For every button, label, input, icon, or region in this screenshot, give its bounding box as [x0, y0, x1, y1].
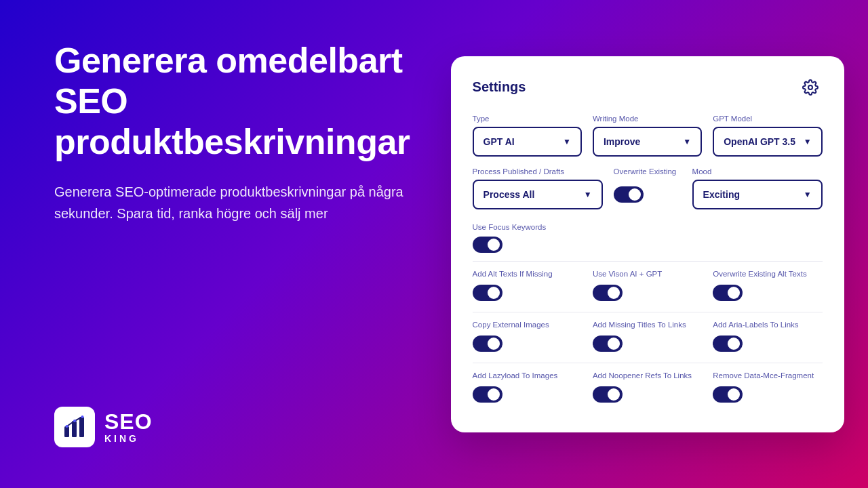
- use-focus-keywords-toggle[interactable]: [473, 237, 502, 253]
- overwrite-alt-texts-label: Overwrite Existing Alt Texts: [713, 270, 822, 278]
- add-noopener-toggle[interactable]: [593, 386, 623, 403]
- gpt-model-field: GPT Model OpenAI GPT 3.5 ▼: [713, 115, 822, 157]
- svg-point-4: [73, 420, 76, 422]
- add-lazyload-wrap: [473, 386, 582, 403]
- gear-button[interactable]: [798, 75, 823, 100]
- chevron-down-icon: ▼: [804, 137, 812, 146]
- gpt-model-select[interactable]: OpenAI GPT 3.5 ▼: [713, 127, 822, 157]
- gpt-model-value: OpenAI GPT 3.5: [724, 136, 795, 147]
- overwrite-alt-texts-field: Overwrite Existing Alt Texts: [713, 270, 822, 301]
- writing-mode-value: Improve: [604, 136, 640, 147]
- overwrite-toggle-wrap: [614, 186, 682, 203]
- lazyload-section: Add Lazyload To Images Add Noopener Refs…: [473, 371, 823, 403]
- settings-header: Settings: [473, 75, 823, 100]
- type-select[interactable]: GPT AI ▼: [473, 127, 582, 157]
- svg-point-5: [81, 415, 84, 418]
- svg-rect-1: [72, 421, 77, 437]
- process-select[interactable]: Process All ▼: [473, 180, 603, 209]
- process-value: Process All: [484, 189, 535, 200]
- divider-3: [473, 363, 823, 363]
- copy-external-images-field: Copy External Images: [473, 321, 582, 352]
- remove-data-mce-wrap: [713, 386, 822, 403]
- copy-images-toggle-row: Copy External Images Add Missing Titles …: [473, 321, 823, 352]
- seo-king-logo-icon: [54, 407, 95, 447]
- use-vision-wrap: [593, 285, 702, 301]
- overwrite-alt-texts-wrap: [713, 285, 822, 301]
- logo-area: SEO KING: [54, 407, 410, 447]
- type-field: Type GPT AI ▼: [473, 115, 582, 157]
- add-missing-titles-field: Add Missing Titles To Links: [593, 321, 702, 352]
- gear-icon: [802, 79, 818, 96]
- row-type-writing-gpt: Type GPT AI ▼ Writing Mode Improve ▼ GPT…: [473, 115, 823, 157]
- bar-chart-icon: [62, 414, 87, 440]
- chevron-down-icon: ▼: [584, 190, 592, 199]
- mood-label: Mood: [692, 167, 823, 176]
- copy-external-images-label: Copy External Images: [473, 321, 582, 329]
- add-noopener-field: Add Noopener Refs To Links: [593, 371, 702, 403]
- use-vision-field: Use Vison AI + GPT: [593, 270, 702, 301]
- add-aria-labels-field: Add Aria-Labels To Links: [713, 321, 822, 352]
- overwrite-label: Overwrite Existing: [614, 167, 682, 176]
- use-vision-label: Use Vison AI + GPT: [593, 270, 702, 278]
- writing-mode-field: Writing Mode Improve ▼: [593, 115, 702, 157]
- copy-images-section: Copy External Images Add Missing Titles …: [473, 321, 823, 352]
- writing-mode-select[interactable]: Improve ▼: [593, 127, 702, 157]
- process-field: Process Published / Drafts Process All ▼: [473, 167, 603, 209]
- add-alt-texts-label: Add Alt Texts If Missing: [473, 270, 582, 278]
- logo-king-label: KING: [104, 434, 153, 443]
- chevron-down-icon: ▼: [804, 190, 812, 199]
- alt-texts-section: Add Alt Texts If Missing Use Vison AI + …: [473, 270, 823, 301]
- add-missing-titles-toggle[interactable]: [593, 336, 623, 352]
- alt-texts-toggle-row: Add Alt Texts If Missing Use Vison AI + …: [473, 270, 823, 301]
- logo-seo-label: SEO: [104, 411, 153, 432]
- chevron-down-icon: ▼: [683, 137, 691, 146]
- add-alt-texts-toggle[interactable]: [473, 285, 502, 301]
- add-lazyload-field: Add Lazyload To Images: [473, 371, 582, 403]
- mood-value: Exciting: [703, 189, 740, 200]
- overwrite-field: Overwrite Existing: [614, 167, 682, 209]
- remove-data-mce-field: Remove Data-Mce-Fragment: [713, 371, 822, 403]
- settings-card: Settings Type GPT AI ▼ Writing: [451, 56, 844, 432]
- divider-1: [473, 261, 823, 262]
- writing-mode-label: Writing Mode: [593, 115, 702, 123]
- add-missing-titles-wrap: [593, 336, 702, 352]
- mood-field: Mood Exciting ▼: [692, 167, 823, 209]
- svg-rect-2: [79, 417, 84, 437]
- add-alt-texts-field: Add Alt Texts If Missing: [473, 270, 582, 301]
- svg-point-3: [66, 425, 68, 428]
- hero-subtitle: Generera SEO-optimerade produktbeskrivni…: [54, 181, 410, 224]
- type-label: Type: [473, 115, 582, 123]
- remove-data-mce-toggle[interactable]: [713, 386, 743, 403]
- add-aria-labels-toggle[interactable]: [713, 336, 743, 352]
- process-label: Process Published / Drafts: [473, 167, 603, 176]
- logo-text: SEO KING: [104, 411, 153, 443]
- add-aria-labels-wrap: [713, 336, 822, 352]
- divider-2: [473, 312, 823, 312]
- add-noopener-label: Add Noopener Refs To Links: [593, 371, 702, 380]
- add-missing-titles-label: Add Missing Titles To Links: [593, 321, 702, 329]
- settings-title: Settings: [473, 79, 526, 95]
- left-panel: Generera omedelbart SEO produktbeskrivni…: [0, 0, 451, 488]
- overwrite-existing-toggle[interactable]: [614, 186, 644, 203]
- add-noopener-wrap: [593, 386, 702, 403]
- use-vision-toggle[interactable]: [593, 285, 623, 301]
- add-lazyload-toggle[interactable]: [473, 386, 502, 403]
- type-value: GPT AI: [484, 136, 515, 147]
- remove-data-mce-label: Remove Data-Mce-Fragment: [713, 371, 822, 380]
- chevron-down-icon: ▼: [563, 137, 571, 146]
- row-process-overwrite-mood: Process Published / Drafts Process All ▼…: [473, 167, 823, 209]
- hero-title: Generera omedelbart SEO produktbeskrivni…: [54, 41, 410, 162]
- add-lazyload-label: Add Lazyload To Images: [473, 371, 582, 380]
- copy-external-images-toggle[interactable]: [473, 336, 502, 352]
- lazyload-toggle-row: Add Lazyload To Images Add Noopener Refs…: [473, 371, 823, 403]
- use-focus-keywords-label: Use Focus Keywords: [473, 223, 547, 231]
- overwrite-alt-texts-toggle[interactable]: [713, 285, 743, 301]
- right-panel: Settings Type GPT AI ▼ Writing: [451, 0, 868, 488]
- mood-select[interactable]: Exciting ▼: [692, 180, 823, 209]
- add-alt-texts-wrap: [473, 285, 582, 301]
- gpt-model-label: GPT Model: [713, 115, 822, 123]
- use-focus-keywords-toggle-wrap: [473, 237, 823, 253]
- add-aria-labels-label: Add Aria-Labels To Links: [713, 321, 822, 329]
- use-focus-keywords-section: Use Focus Keywords: [473, 220, 823, 253]
- copy-external-images-wrap: [473, 336, 582, 352]
